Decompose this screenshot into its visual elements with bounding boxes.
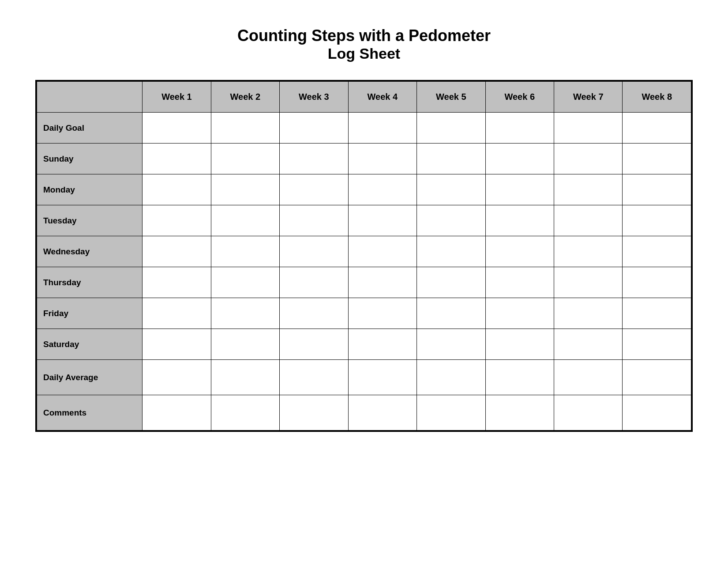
cell-daily-average-w7[interactable] bbox=[554, 360, 623, 395]
cell-tuesday-w2[interactable] bbox=[211, 205, 279, 236]
cell-daily-average-w4[interactable] bbox=[348, 360, 417, 395]
cell-tuesday-w6[interactable] bbox=[485, 205, 554, 236]
row-daily-goal: Daily Goal bbox=[37, 113, 691, 144]
cell-saturday-w1[interactable] bbox=[143, 329, 211, 360]
cell-monday-w4[interactable] bbox=[348, 174, 417, 205]
cell-comments-w6[interactable] bbox=[485, 395, 554, 431]
cell-sunday-w1[interactable] bbox=[143, 144, 211, 174]
cell-monday-w3[interactable] bbox=[280, 174, 348, 205]
row-friday: Friday bbox=[37, 298, 691, 329]
cell-monday-w7[interactable] bbox=[554, 174, 623, 205]
cell-monday-w2[interactable] bbox=[211, 174, 279, 205]
cell-sunday-w2[interactable] bbox=[211, 144, 279, 174]
cell-tuesday-w7[interactable] bbox=[554, 205, 623, 236]
label-sunday: Sunday bbox=[37, 144, 143, 174]
cell-daily-average-w6[interactable] bbox=[485, 360, 554, 395]
cell-monday-w1[interactable] bbox=[143, 174, 211, 205]
cell-thursday-w6[interactable] bbox=[485, 267, 554, 298]
cell-wednesday-w4[interactable] bbox=[348, 236, 417, 267]
label-saturday: Saturday bbox=[37, 329, 143, 360]
cell-saturday-w7[interactable] bbox=[554, 329, 623, 360]
cell-comments-w3[interactable] bbox=[280, 395, 348, 431]
cell-tuesday-w8[interactable] bbox=[623, 205, 691, 236]
cell-sunday-w6[interactable] bbox=[485, 144, 554, 174]
cell-daily-goal-w1[interactable] bbox=[143, 113, 211, 144]
cell-comments-w5[interactable] bbox=[417, 395, 485, 431]
cell-saturday-w6[interactable] bbox=[485, 329, 554, 360]
cell-daily-goal-w3[interactable] bbox=[280, 113, 348, 144]
label-comments: Comments bbox=[37, 395, 143, 431]
cell-friday-w1[interactable] bbox=[143, 298, 211, 329]
cell-wednesday-w2[interactable] bbox=[211, 236, 279, 267]
cell-daily-goal-w5[interactable] bbox=[417, 113, 485, 144]
cell-wednesday-w6[interactable] bbox=[485, 236, 554, 267]
cell-daily-goal-w6[interactable] bbox=[485, 113, 554, 144]
cell-comments-w2[interactable] bbox=[211, 395, 279, 431]
cell-comments-w4[interactable] bbox=[348, 395, 417, 431]
header-empty-cell bbox=[37, 82, 143, 113]
cell-sunday-w5[interactable] bbox=[417, 144, 485, 174]
cell-daily-goal-w7[interactable] bbox=[554, 113, 623, 144]
cell-wednesday-w7[interactable] bbox=[554, 236, 623, 267]
cell-comments-w8[interactable] bbox=[623, 395, 691, 431]
label-monday: Monday bbox=[37, 174, 143, 205]
cell-saturday-w3[interactable] bbox=[280, 329, 348, 360]
row-sunday: Sunday bbox=[37, 144, 691, 174]
log-table: Week 1 Week 2 Week 3 Week 4 Week 5 Week … bbox=[37, 81, 691, 431]
cell-wednesday-w8[interactable] bbox=[623, 236, 691, 267]
cell-daily-average-w3[interactable] bbox=[280, 360, 348, 395]
row-comments: Comments bbox=[37, 395, 691, 431]
cell-daily-goal-w8[interactable] bbox=[623, 113, 691, 144]
cell-sunday-w3[interactable] bbox=[280, 144, 348, 174]
cell-sunday-w8[interactable] bbox=[623, 144, 691, 174]
cell-tuesday-w5[interactable] bbox=[417, 205, 485, 236]
header-week1: Week 1 bbox=[143, 82, 211, 113]
cell-saturday-w4[interactable] bbox=[348, 329, 417, 360]
row-monday: Monday bbox=[37, 174, 691, 205]
cell-friday-w5[interactable] bbox=[417, 298, 485, 329]
cell-friday-w3[interactable] bbox=[280, 298, 348, 329]
row-saturday: Saturday bbox=[37, 329, 691, 360]
cell-saturday-w5[interactable] bbox=[417, 329, 485, 360]
cell-sunday-w7[interactable] bbox=[554, 144, 623, 174]
cell-wednesday-w1[interactable] bbox=[143, 236, 211, 267]
cell-comments-w1[interactable] bbox=[143, 395, 211, 431]
cell-daily-average-w8[interactable] bbox=[623, 360, 691, 395]
cell-friday-w8[interactable] bbox=[623, 298, 691, 329]
cell-thursday-w4[interactable] bbox=[348, 267, 417, 298]
cell-saturday-w8[interactable] bbox=[623, 329, 691, 360]
label-wednesday: Wednesday bbox=[37, 236, 143, 267]
cell-monday-w6[interactable] bbox=[485, 174, 554, 205]
cell-daily-average-w5[interactable] bbox=[417, 360, 485, 395]
cell-comments-w7[interactable] bbox=[554, 395, 623, 431]
cell-daily-goal-w4[interactable] bbox=[348, 113, 417, 144]
cell-thursday-w2[interactable] bbox=[211, 267, 279, 298]
cell-monday-w5[interactable] bbox=[417, 174, 485, 205]
cell-daily-average-w2[interactable] bbox=[211, 360, 279, 395]
column-header-row: Week 1 Week 2 Week 3 Week 4 Week 5 Week … bbox=[37, 82, 691, 113]
cell-wednesday-w3[interactable] bbox=[280, 236, 348, 267]
label-thursday: Thursday bbox=[37, 267, 143, 298]
cell-friday-w2[interactable] bbox=[211, 298, 279, 329]
cell-monday-w8[interactable] bbox=[623, 174, 691, 205]
cell-friday-w4[interactable] bbox=[348, 298, 417, 329]
cell-saturday-w2[interactable] bbox=[211, 329, 279, 360]
cell-thursday-w5[interactable] bbox=[417, 267, 485, 298]
header-week5: Week 5 bbox=[417, 82, 485, 113]
cell-tuesday-w3[interactable] bbox=[280, 205, 348, 236]
cell-thursday-w1[interactable] bbox=[143, 267, 211, 298]
cell-thursday-w8[interactable] bbox=[623, 267, 691, 298]
cell-friday-w6[interactable] bbox=[485, 298, 554, 329]
header-week3: Week 3 bbox=[280, 82, 348, 113]
cell-daily-average-w1[interactable] bbox=[143, 360, 211, 395]
cell-sunday-w4[interactable] bbox=[348, 144, 417, 174]
cell-thursday-w7[interactable] bbox=[554, 267, 623, 298]
cell-friday-w7[interactable] bbox=[554, 298, 623, 329]
cell-tuesday-w1[interactable] bbox=[143, 205, 211, 236]
cell-tuesday-w4[interactable] bbox=[348, 205, 417, 236]
cell-daily-goal-w2[interactable] bbox=[211, 113, 279, 144]
row-thursday: Thursday bbox=[37, 267, 691, 298]
header-week2: Week 2 bbox=[211, 82, 279, 113]
cell-thursday-w3[interactable] bbox=[280, 267, 348, 298]
cell-wednesday-w5[interactable] bbox=[417, 236, 485, 267]
